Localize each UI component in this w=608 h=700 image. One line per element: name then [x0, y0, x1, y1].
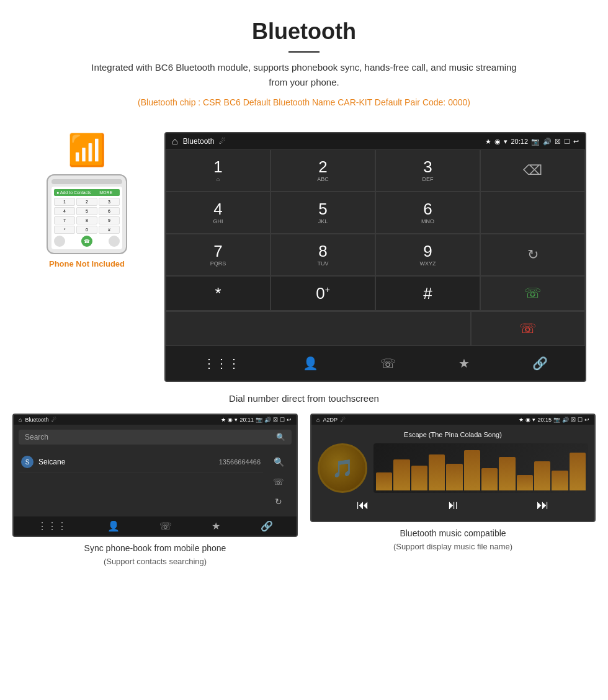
equalizer-visual	[373, 443, 588, 493]
window-icon: ☐	[564, 138, 570, 146]
bluetooth-icon[interactable]: ★	[455, 352, 473, 374]
mu-volume-icon: 🔊	[562, 417, 569, 423]
mu-location-icon: ◉	[525, 417, 530, 423]
phonebook-caption: Sync phone-book from mobile phone (Suppo…	[84, 542, 226, 568]
ph-home-icon: ⌂	[19, 417, 22, 423]
phonebook-side-icons: 🔍 ☏ ↻	[266, 452, 292, 512]
dial-key-5[interactable]: 5 JKL	[270, 192, 375, 234]
ph-back-icon[interactable]: ↩	[287, 417, 292, 423]
status-right: ★ ◉ ▾ 20:12 📷 🔊 ☒ ☐ ↩	[485, 138, 579, 146]
mu-camera-icon: 📷	[553, 417, 560, 423]
bluetooth-specs: (Bluetooth chip : CSR BC6 Default Blueto…	[12, 97, 596, 107]
ph-search-side-icon[interactable]: 🔍	[269, 454, 289, 469]
mu-bt-icon: ★	[519, 417, 524, 423]
dial-empty-1	[480, 192, 585, 234]
eq-bar	[411, 466, 427, 490]
ph-refresh-side-icon[interactable]: ↻	[270, 494, 287, 509]
dial-key-4[interactable]: 4 GHI	[166, 192, 270, 234]
dial-app-name: Bluetooth	[183, 137, 215, 146]
ph-window-icon: ☐	[280, 417, 285, 423]
next-button[interactable]: ⏭	[537, 498, 549, 512]
page-header: Bluetooth Integrated with BC6 Bluetooth …	[0, 0, 608, 126]
bluetooth-waves-icon: 📶	[68, 132, 106, 168]
bluetooth-status-icon: ★	[485, 138, 491, 146]
link-icon[interactable]: 🔗	[529, 352, 552, 374]
prev-button[interactable]: ⏮	[357, 498, 369, 512]
phone-key: 0	[76, 226, 97, 234]
search-bar[interactable]: Search 🔍	[19, 430, 292, 445]
phonebook-status-left: ⌂ Bluetooth ☄	[19, 417, 56, 423]
contact-row[interactable]: S Seicane 13566664466	[19, 452, 263, 472]
phone-call-btn[interactable]: ☎	[81, 236, 92, 247]
mu-usb-icon: ☄	[341, 417, 346, 423]
contact-letter: S	[21, 456, 34, 468]
dial-key-9[interactable]: 9 WXYZ	[375, 234, 480, 276]
eq-bar	[393, 459, 409, 490]
location-icon: ◉	[494, 138, 501, 146]
close-icon[interactable]: ☒	[555, 138, 561, 146]
phone-aside: 📶 ● Add to Contacts MORE 1 2 3 4 5 6 7 8…	[22, 132, 152, 268]
dial-key-hash[interactable]: #	[375, 276, 480, 311]
play-pause-button[interactable]: ⏯	[447, 498, 459, 512]
dial-key-2[interactable]: 2 ABC	[270, 149, 375, 192]
contact-number: 13566664466	[219, 458, 261, 466]
pb-link-icon[interactable]: 🔗	[261, 520, 273, 532]
music-status-bar: ⌂ A2DP ☄ ★ ◉ ▾ 20:15 📷 🔊 ☒ ☐ ↩	[311, 415, 594, 425]
dialpad-icon[interactable]: ⋮⋮⋮	[199, 352, 244, 374]
mu-app-name: A2DP	[323, 417, 338, 423]
pb-bt-icon[interactable]: ★	[212, 520, 220, 532]
phone-icon[interactable]: ☏	[377, 352, 400, 374]
ph-time: 20:11	[239, 417, 254, 423]
dial-key-8[interactable]: 8 TUV	[270, 234, 375, 276]
mu-signal-icon: ▾	[532, 417, 535, 423]
dial-key-7[interactable]: 7 PQRS	[166, 234, 270, 276]
title-divider	[288, 51, 320, 53]
home-icon[interactable]: ⌂	[172, 136, 178, 147]
dial-key-3[interactable]: 3 DEF	[375, 149, 480, 192]
main-screen-section: 📶 ● Add to Contacts MORE 1 2 3 4 5 6 7 8…	[0, 126, 608, 388]
ph-location-icon: ◉	[228, 417, 233, 423]
dial-key-1[interactable]: 1 ⌂	[166, 149, 270, 192]
bottom-screens: ⌂ Bluetooth ☄ ★ ◉ ▾ 20:11 📷 🔊 ☒ ☐ ↩	[0, 414, 608, 580]
music-status-left: ⌂ A2DP ☄	[316, 417, 346, 423]
pb-contacts-icon[interactable]: 👤	[107, 520, 120, 532]
refresh-button[interactable]: ↻	[480, 234, 585, 276]
end-call-button[interactable]: ☏	[471, 311, 585, 346]
pb-dialpad-icon[interactable]: ⋮⋮⋮	[37, 520, 67, 532]
music-caption-sub: (Support display music file name)	[393, 542, 512, 551]
phone-btn-left	[54, 236, 65, 247]
eq-bar	[446, 464, 462, 490]
ph-close-icon[interactable]: ☒	[273, 417, 278, 423]
mu-window-icon: ☐	[578, 417, 583, 423]
dial-key-star[interactable]: *	[166, 276, 270, 311]
phone-key: 6	[99, 207, 120, 215]
phone-screen-header: ● Add to Contacts MORE	[54, 189, 120, 196]
mu-home-icon: ⌂	[316, 417, 320, 423]
ph-call-side-icon[interactable]: ☏	[268, 474, 289, 489]
contacts-icon[interactable]: 👤	[299, 352, 322, 374]
music-visual: 🎵	[318, 443, 588, 493]
phonebook-wrap: ⌂ Bluetooth ☄ ★ ◉ ▾ 20:11 📷 🔊 ☒ ☐ ↩	[12, 414, 298, 568]
phonebook-bottom-bar: ⋮⋮⋮ 👤 ☏ ★ 🔗	[14, 516, 297, 536]
contact-name: Seicane	[38, 458, 214, 466]
pb-phone-icon[interactable]: ☏	[159, 520, 172, 532]
mu-close-icon[interactable]: ☒	[571, 417, 576, 423]
status-left: ⌂ Bluetooth ☄	[172, 136, 226, 147]
album-art: 🎵	[318, 443, 367, 493]
dial-key-0[interactable]: 0+	[270, 276, 375, 311]
phone-key: 7	[54, 216, 75, 224]
mu-back-icon[interactable]: ↩	[584, 417, 589, 423]
back-icon[interactable]: ↩	[573, 138, 579, 146]
dial-key-6[interactable]: 6 MNO	[375, 192, 480, 234]
volume-icon: 🔊	[543, 138, 552, 146]
eq-bar	[534, 461, 550, 490]
phone-screen: ● Add to Contacts MORE 1 2 3 4 5 6 7 8 9…	[51, 187, 122, 249]
phone-key: *	[54, 226, 75, 234]
phone-key: 8	[76, 216, 97, 224]
music-status-right: ★ ◉ ▾ 20:15 📷 🔊 ☒ ☐ ↩	[519, 417, 589, 423]
backspace-button[interactable]: ⌫	[480, 149, 585, 192]
call-button[interactable]: ☏	[480, 276, 585, 311]
mu-time: 20:15	[537, 417, 552, 423]
song-title: Escape (The Pina Colada Song)	[404, 431, 502, 438]
phonebook-list: S Seicane 13566664466	[19, 452, 263, 512]
